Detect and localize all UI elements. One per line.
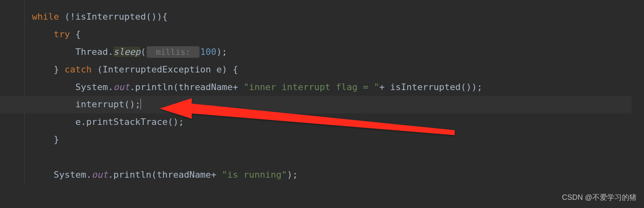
code-line-3: Thread.sleep( millis: 100); xyxy=(12,43,644,61)
keyword-try: try xyxy=(54,29,70,39)
string-literal: "inner interrupt flag = " xyxy=(244,82,379,92)
string-literal: "is running" xyxy=(222,170,287,180)
code-line-10: System.out.println(threadName+ "is runni… xyxy=(12,166,644,184)
keyword-catch: catch xyxy=(64,64,91,75)
code-editor[interactable]: while (!isInterrupted()){ try { Thread.s… xyxy=(0,0,644,184)
code-line-6-current: interrupt(); xyxy=(0,96,632,113)
method-sleep: sleep xyxy=(113,47,141,57)
text-cursor xyxy=(141,99,141,109)
code-line-4: } catch (InterruptedException e) { xyxy=(12,61,644,79)
field-out: out xyxy=(92,170,108,180)
code-line-8: } xyxy=(12,131,644,149)
number-literal: 100 xyxy=(200,47,217,57)
watermark-text: CSDN @不爱学习的猪 xyxy=(562,190,637,205)
field-out: out xyxy=(113,82,130,92)
code-line-7: e.printStackTrace(); xyxy=(12,113,644,131)
code-line-9-empty xyxy=(12,149,644,166)
param-hint-millis: millis: xyxy=(147,46,199,58)
code-line-1: while (!isInterrupted()){ xyxy=(12,8,644,26)
keyword-while: while xyxy=(32,11,59,22)
code-line-2: try { xyxy=(12,26,644,43)
code-line-5: System.out.println(threadName+ "inner in… xyxy=(12,79,644,96)
